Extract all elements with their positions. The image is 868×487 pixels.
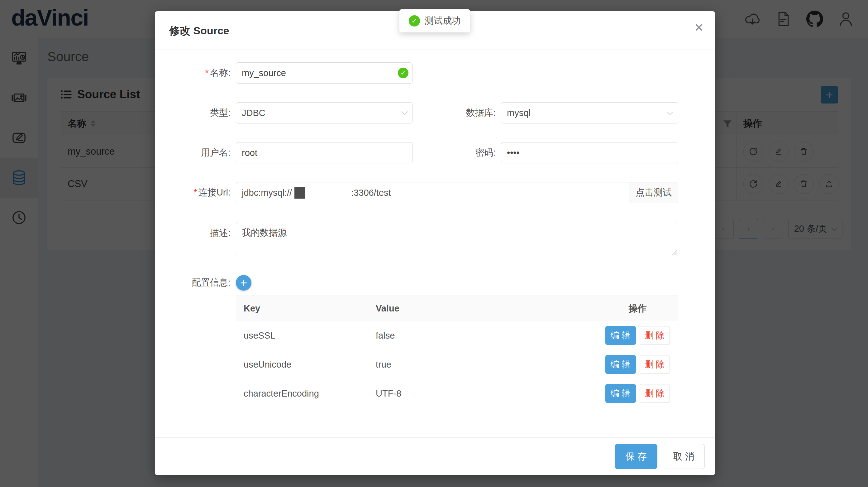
url-input[interactable]: jdbc:mysql:// :3306/test [236,182,629,203]
modal-footer: 保 存 取 消 [155,437,715,475]
cancel-button[interactable]: 取 消 [663,444,705,469]
edit-source-modal: 修改 Source × *名称: ✓ 类型: JDBC 数据库: mysql 用… [155,11,715,475]
config-key: characterEncoding [236,379,368,408]
config-key: useSSL [236,321,368,350]
form-row-url: *连接Url: jdbc:mysql:// :3306/test 点击测试 [166,182,715,203]
form-row-type-database: 类型: JDBC 数据库: mysql [166,102,715,123]
config-key-header: Key [236,296,368,321]
config-edit-button[interactable]: 编 辑 [606,384,636,403]
config-edit-button[interactable]: 编 辑 [606,326,636,345]
config-table-row: useUnicode true 编 辑 删 除 [236,350,678,379]
config-ops-header: 操作 [597,296,678,321]
config-table: Key Value 操作 useSSL false 编 辑 删 除 useUni… [236,295,678,408]
form-row-credentials: 用户名: 密码: [166,142,715,163]
config-value-header: Value [368,296,597,321]
config-delete-button[interactable]: 删 除 [640,384,670,403]
username-input[interactable] [236,142,413,163]
name-field-wrap: ✓ [236,62,413,84]
config-row-actions: 编 辑 删 除 [597,321,678,350]
database-select[interactable]: mysql [501,102,678,123]
url-prefix: jdbc:mysql:// [242,188,292,198]
config-value: false [368,321,597,350]
config-key: useUnicode [236,350,368,379]
config-delete-button[interactable]: 删 除 [640,355,670,374]
config-row-actions: 编 辑 删 除 [597,379,678,408]
database-select-value: mysql [507,108,531,118]
required-asterisk: * [194,188,197,197]
config-delete-button[interactable]: 删 除 [640,326,670,345]
description-label: 描述: [166,222,230,239]
type-label: 类型: [166,107,230,119]
type-select-value: JDBC [242,108,266,118]
name-input[interactable] [236,62,413,84]
test-connection-button[interactable]: 点击测试 [629,182,678,203]
url-suffix: :3306/test [351,188,391,198]
config-table-header: Key Value 操作 [236,296,678,321]
success-check-icon: ✓ [398,68,408,78]
url-label: *连接Url: [166,187,230,199]
config-table-row: characterEncoding UTF-8 编 辑 删 除 [236,379,678,408]
config-table-row: useSSL false 编 辑 删 除 [236,321,678,350]
success-check-icon: ✓ [409,15,420,27]
chevron-down-icon [401,109,408,115]
config-value: UTF-8 [368,379,597,408]
close-icon[interactable]: × [694,20,703,35]
config-edit-button[interactable]: 编 辑 [606,355,636,374]
config-row-actions: 编 辑 删 除 [597,350,678,379]
save-button[interactable]: 保 存 [615,444,657,469]
config-value: true [368,350,597,379]
database-label: 数据库: [413,107,496,119]
name-label: *名称: [166,67,230,79]
description-value: 我的数据源 [242,228,287,237]
password-input[interactable] [501,142,678,163]
resize-handle[interactable] [672,250,677,255]
form-row-name: *名称: ✓ [166,62,715,84]
username-label: 用户名: [166,146,230,159]
password-label: 密码: [413,146,496,159]
required-asterisk: * [205,68,209,78]
add-config-button[interactable]: + [236,275,251,291]
form-row-config: 配置信息: + [166,275,715,291]
modal-body: *名称: ✓ 类型: JDBC 数据库: mysql 用户名: 密码: [155,50,715,408]
type-select[interactable]: JDBC [236,102,413,123]
description-textarea[interactable]: 我的数据源 [236,222,678,256]
url-redacted-block [294,187,305,199]
url-field-group: jdbc:mysql:// :3306/test 点击测试 [236,182,678,203]
chevron-down-icon [667,109,673,115]
toast-message: 测试成功 [425,15,461,27]
modal-title: 修改 Source [169,11,229,50]
config-label: 配置信息: [166,277,230,289]
form-row-description: 描述: 我的数据源 [166,222,715,256]
success-toast: ✓ 测试成功 [399,9,470,32]
